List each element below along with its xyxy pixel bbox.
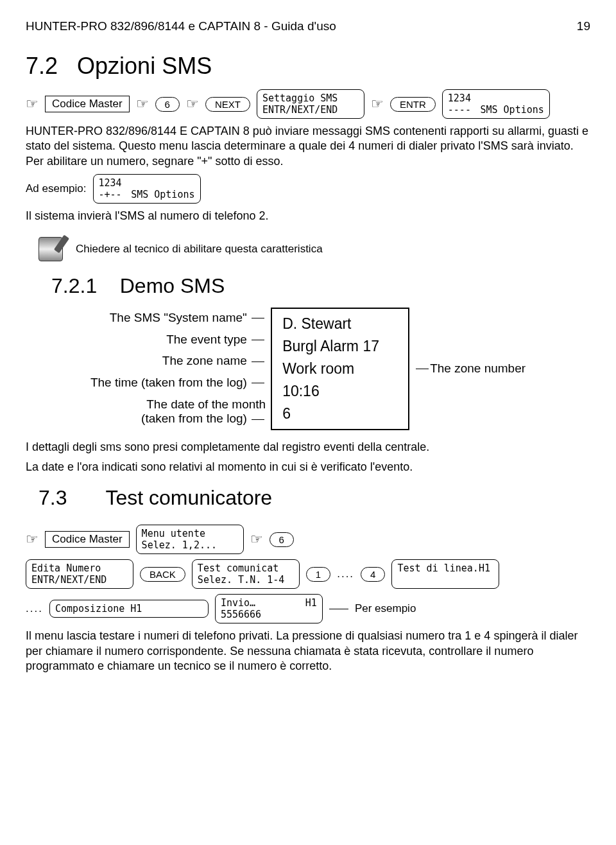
key-6: 6 [155,97,180,112]
heading-7-2: 7.2 Opzioni SMS [26,53,590,80]
dots: .... [26,602,43,615]
lcd-example: 1234 -+--SMS Options [93,174,201,204]
demo-right-label: The zone number [409,308,526,430]
connector-line [329,609,348,609]
hand-icon: ☞ [371,96,384,112]
header-page: 19 [577,19,590,33]
para-7-2-desc: HUNTER-PRO 832/896/8144 E CAPTAIN 8 può … [26,124,590,169]
lcd-settaggio-sms: Settaggio SMS ENTR/NEXT/END [257,89,364,119]
hand-icon: ☞ [26,531,38,548]
heading-7-2-1: 7.2.1 Demo SMS [51,274,590,298]
note-7-2: Chiedere al tecnico di abilitare questa … [38,237,590,261]
lcd-test-linea: Test di linea.H1 [391,559,499,589]
key-1: 1 [306,567,330,582]
key-back: BACK [140,567,185,582]
sequence-7-3-row2: Edita Numero ENTR/NEXT/END BACK Test com… [26,559,590,589]
hand-icon: ☞ [250,531,263,548]
para-7-2-1-a: I dettagli degli sms sono presi completa… [26,440,590,455]
codice-master-key: Codice Master [45,96,130,112]
hand-icon: ☞ [136,96,149,112]
key-entr: ENTR [390,97,436,112]
dots: .... [337,568,354,580]
codice-master-key: Codice Master [45,531,130,548]
demo-sms-figure: The SMS "System name" The event type The… [26,308,590,430]
sequence-7-2: ☞ Codice Master ☞ 6 ☞ NEXT Settaggio SMS… [26,89,590,119]
sequence-7-3-row1: ☞ Codice Master Menu utente Selez. 1,2..… [26,525,590,554]
note-icon [38,237,63,261]
header-title: HUNTER-PRO 832/896/8144 e CAPTAIN 8 - Gu… [26,19,336,33]
lcd-sms-options: 1234 ----SMS Options [442,89,550,119]
per-esempio-label: Per esempio [355,602,416,615]
ad-esempio-label: Ad esempio: [26,182,87,195]
lcd-menu-utente: Menu utente Selez. 1,2... [136,525,244,554]
demo-sms-box: D. Stewart Burgl Alarm 17 Work room 10:1… [271,308,409,430]
demo-left-labels: The SMS "System name" The event type The… [90,308,271,430]
key-4: 4 [361,567,385,582]
lcd-composizione: Composizione H1 [49,600,209,618]
lcd-test-comunicat: Test comunicat Selez. T.N. 1-4 [192,559,300,589]
lcd-invio: Invio…H1 5556666 [215,594,323,623]
lcd-edita-numero: Edita Numero ENTR/NEXT/END [26,559,133,589]
para-7-2-1-b: La date e l'ora indicati sono relativi a… [26,460,590,475]
para-7-2-example: Il sistema invierà l'SMS al numero di te… [26,209,590,223]
sequence-7-3-row3: .... Composizione H1 Invio…H1 5556666 Pe… [26,594,590,623]
hand-icon: ☞ [26,96,38,112]
para-7-3: Il menu lascia testare i numeri di telef… [26,629,590,674]
key-next: NEXT [205,97,250,112]
note-text: Chiedere al tecnico di abilitare questa … [76,243,323,256]
key-6: 6 [270,532,294,547]
heading-7-3: 7.3 Test comunicatore [26,480,590,519]
example-7-2: Ad esempio: 1234 -+--SMS Options [26,174,590,204]
hand-icon: ☞ [186,96,199,112]
page-header: HUNTER-PRO 832/896/8144 e CAPTAIN 8 - Gu… [26,19,590,33]
